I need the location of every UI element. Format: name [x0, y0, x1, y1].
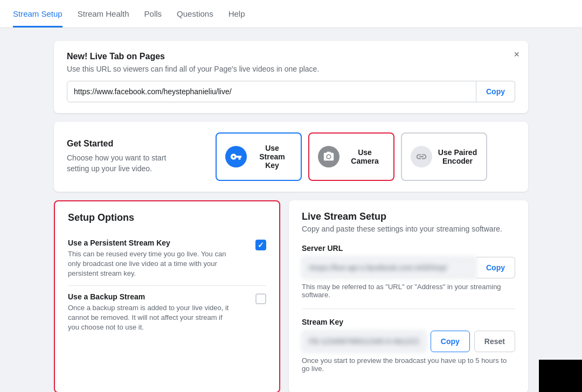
url-row: Copy — [67, 81, 515, 102]
stream-key-note: Once you start to preview the broadcast … — [302, 356, 515, 373]
persistent-stream-key-checkbox[interactable]: ✓ — [255, 240, 266, 250]
live-stream-setup-card: Live Stream Setup Copy and paste these s… — [289, 200, 528, 392]
get-started-title: Get Started — [67, 139, 175, 149]
persistent-stream-key-desc: This can be reused every time you go liv… — [68, 249, 230, 279]
use-paired-encoder-button[interactable]: Use Paired Encoder — [401, 132, 487, 181]
stream-key-input[interactable] — [302, 331, 426, 352]
get-started-description: Choose how you want to start setting up … — [67, 153, 175, 174]
link-icon — [415, 151, 427, 163]
section-divider — [302, 309, 515, 309]
server-url-note: This may be referred to as "URL" or "Add… — [302, 283, 515, 299]
copy-server-url-button[interactable]: Copy — [476, 257, 515, 278]
use-stream-key-label: Use Stream Key — [252, 144, 292, 170]
black-block — [539, 360, 582, 392]
backup-stream-title: Use a Backup Stream — [68, 292, 230, 301]
server-url-label: Server URL — [302, 244, 515, 253]
server-url-input[interactable] — [302, 257, 476, 278]
stream-key-icon-circle — [225, 146, 247, 167]
live-stream-description: Copy and paste these settings into your … — [302, 225, 515, 233]
server-url-row: Copy — [302, 257, 515, 278]
use-paired-encoder-label: Use Paired Encoder — [438, 148, 477, 165]
persistent-stream-key-title: Use a Persistent Stream Key — [68, 239, 230, 247]
get-started-text: Get Started Choose how you want to start… — [67, 139, 175, 174]
paired-encoder-icon-circle — [411, 146, 432, 167]
tab-help[interactable]: Help — [228, 1, 245, 27]
bottom-row: Setup Options Use a Persistent Stream Ke… — [54, 200, 528, 392]
persistent-stream-key-option: Use a Persistent Stream Key This can be … — [68, 232, 266, 285]
check-icon: ✓ — [258, 241, 264, 249]
tab-stream-health[interactable]: Stream Health — [78, 1, 129, 27]
use-stream-key-button[interactable]: Use Stream Key — [216, 132, 302, 181]
live-stream-title: Live Stream Setup — [302, 211, 515, 222]
use-camera-label: Use Camera — [345, 148, 385, 165]
tab-questions[interactable]: Questions — [177, 1, 213, 27]
camera-icon — [323, 151, 335, 163]
live-tab-url-input[interactable] — [67, 81, 476, 102]
backup-stream-option: Use a Backup Stream Once a backup stream… — [68, 285, 266, 339]
mode-buttons: Use Stream Key Use Camera — [188, 132, 515, 181]
reset-stream-key-button[interactable]: Reset — [474, 331, 515, 352]
persistent-stream-key-text: Use a Persistent Stream Key This can be … — [68, 239, 230, 279]
notification-description: Use this URL so viewers can find all of … — [67, 65, 515, 73]
key-icon — [230, 151, 242, 163]
get-started-inner: Get Started Choose how you want to start… — [67, 132, 515, 181]
tab-polls[interactable]: Polls — [144, 1, 162, 27]
tab-stream-setup[interactable]: Stream Setup — [13, 1, 63, 27]
setup-options-title: Setup Options — [68, 212, 266, 223]
close-button[interactable]: × — [514, 50, 519, 59]
notification-card: × New! Live Tab on Pages Use this URL so… — [54, 41, 528, 113]
camera-icon-circle — [318, 146, 340, 167]
get-started-card: Get Started Choose how you want to start… — [54, 122, 528, 192]
copy-url-button[interactable]: Copy — [476, 81, 515, 102]
notification-title: New! Live Tab on Pages — [67, 52, 515, 61]
stream-key-label: Stream Key — [302, 318, 515, 326]
copy-stream-key-button[interactable]: Copy — [431, 331, 470, 352]
top-navigation: Stream Setup Stream Health Polls Questio… — [0, 0, 582, 28]
use-camera-button[interactable]: Use Camera — [308, 132, 394, 181]
backup-stream-desc: Once a backup stream is added to your li… — [68, 303, 230, 333]
backup-stream-text: Use a Backup Stream Once a backup stream… — [68, 292, 230, 333]
setup-options-card: Setup Options Use a Persistent Stream Ke… — [54, 200, 280, 392]
backup-stream-checkbox[interactable] — [255, 293, 266, 304]
main-content: × New! Live Tab on Pages Use this URL so… — [22, 28, 560, 392]
stream-key-row: Copy Reset — [302, 331, 515, 352]
